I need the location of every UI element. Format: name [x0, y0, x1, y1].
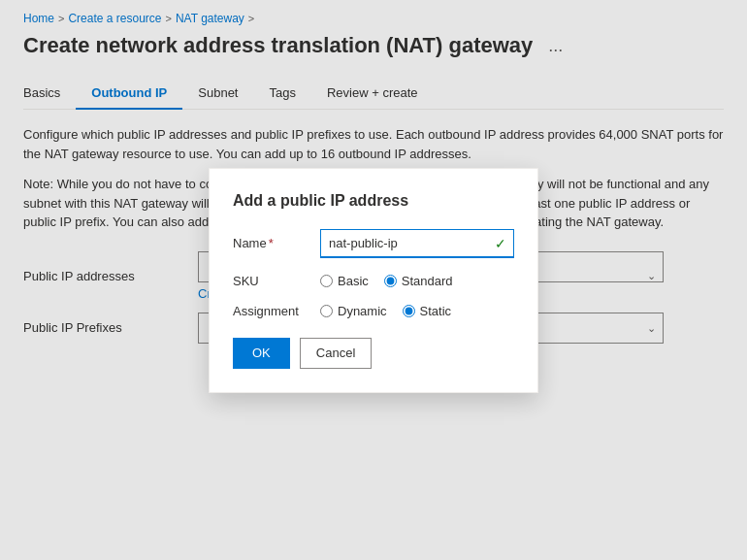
assignment-static-option[interactable]: Static: [403, 304, 452, 318]
modal-cancel-button[interactable]: Cancel: [300, 338, 372, 369]
modal-ok-button[interactable]: OK: [233, 338, 290, 369]
assignment-dynamic-option[interactable]: Dynamic: [320, 304, 387, 318]
modal-assignment-radio-group: Dynamic Static: [320, 304, 451, 318]
modal-buttons: OK Cancel: [233, 338, 514, 369]
modal-name-row: Name* ✓: [233, 229, 514, 258]
assignment-static-radio[interactable]: [403, 305, 415, 317]
sku-standard-radio[interactable]: [384, 275, 397, 287]
modal-dialog: Add a public IP address Name* ✓ SKU Basi…: [209, 168, 538, 393]
assignment-dynamic-radio[interactable]: [320, 305, 333, 317]
modal-name-input-wrapper: ✓: [320, 229, 514, 258]
modal-sku-radio-group: Basic Standard: [320, 274, 453, 288]
modal-sku-label: SKU: [233, 274, 320, 288]
modal-assignment-label: Assignment: [233, 304, 320, 318]
sku-standard-option[interactable]: Standard: [384, 274, 453, 288]
sku-basic-radio[interactable]: [320, 275, 333, 287]
modal-sku-row: SKU Basic Standard: [233, 274, 514, 288]
modal-title: Add a public IP address: [233, 192, 514, 210]
modal-name-label: Name*: [233, 236, 320, 250]
modal-assignment-row: Assignment Dynamic Static: [233, 304, 514, 318]
required-star: *: [269, 236, 274, 250]
assignment-static-label: Static: [420, 304, 452, 318]
check-icon: ✓: [495, 236, 506, 251]
modal-overlay: Add a public IP address Name* ✓ SKU Basi…: [0, 0, 747, 560]
sku-basic-option[interactable]: Basic: [320, 274, 369, 288]
modal-name-input[interactable]: [320, 229, 514, 258]
assignment-dynamic-label: Dynamic: [338, 304, 387, 318]
sku-basic-label: Basic: [338, 274, 369, 288]
sku-standard-label: Standard: [402, 274, 453, 288]
